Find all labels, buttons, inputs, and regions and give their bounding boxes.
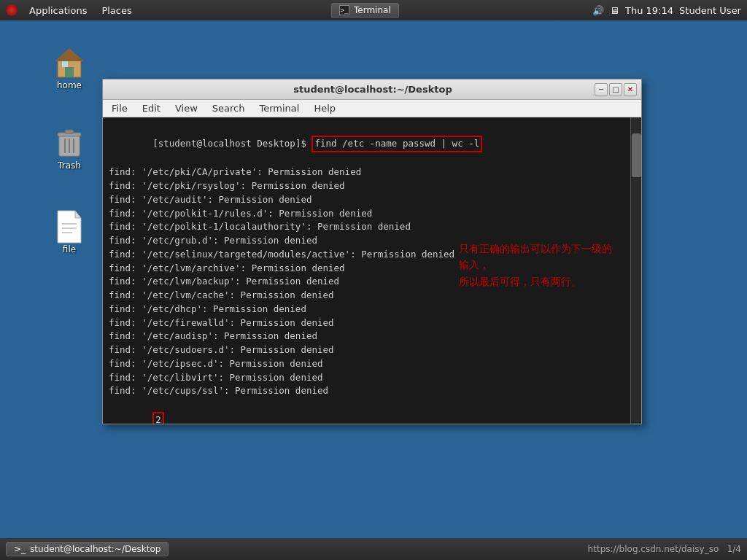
clock: Thu 19:14 <box>625 5 673 16</box>
taskbar-bottom: >_ student@localhost:~/Desktop https://b… <box>0 538 747 560</box>
taskbar-center: >_ Terminal <box>331 3 399 18</box>
output-line-5: find: '/etc/polkit-1/localauthority': Pe… <box>109 220 635 234</box>
result-box: 2 <box>152 412 164 424</box>
output-line-11: find: '/etc/dhcp': Permission denied <box>109 303 635 316</box>
svg-marker-1 <box>55 48 84 61</box>
output-line-3: find: '/etc/audit': Permission denied <box>109 193 635 207</box>
annotation-line2: 所以最后可得，只有两行。 <box>459 276 581 287</box>
output-line-17: find: '/etc/cups/ssl': Permission denied <box>109 384 635 398</box>
volume-icon[interactable]: 🔊 <box>592 5 604 16</box>
output-line-13: find: '/etc/audisp': Permission denied <box>109 330 635 343</box>
command-line: [student@localhost Desktop]$ find /etc -… <box>109 122 635 166</box>
result-line: 2 <box>109 398 635 424</box>
command-highlight: find /etc -name passwd | wc -l <box>311 136 482 152</box>
output-line-2: find: '/etc/pki/rsyslog': Permission den… <box>109 179 635 193</box>
svg-rect-2 <box>65 67 74 77</box>
edit-menu[interactable]: Edit <box>136 101 166 115</box>
terminal-titlebar: student@localhost:~/Desktop ─ □ ✕ <box>103 79 641 100</box>
terminal-menubar: File Edit View Search Terminal Help <box>103 100 641 117</box>
output-line-16: find: '/etc/libvirt': Permission denied <box>109 371 635 385</box>
prompt1: [student@localhost Desktop]$ <box>152 138 311 149</box>
desktop-icon-home[interactable]: home <box>40 42 98 93</box>
scrollbar[interactable] <box>630 117 641 424</box>
search-menu[interactable]: Search <box>206 101 251 115</box>
bottom-pages: 1/4 <box>727 544 741 554</box>
bottom-left: >_ student@localhost:~/Desktop <box>6 542 169 556</box>
terminal-menu[interactable]: Terminal <box>253 101 305 115</box>
bottom-term-icon: >_ <box>14 544 26 554</box>
bottom-right: https://blog.csdn.net/daisy_so 1/4 <box>588 544 741 554</box>
trash-icon-label: Trash <box>58 160 81 171</box>
svg-rect-6 <box>65 130 74 133</box>
close-button[interactable]: ✕ <box>624 83 637 96</box>
bottom-url: https://blog.csdn.net/daisy_so <box>588 544 719 554</box>
term-icon: >_ <box>339 5 349 15</box>
applications-menu[interactable]: Applications <box>23 4 93 18</box>
taskbar-left: Applications Places <box>6 4 138 18</box>
terminal-tab-label: Terminal <box>354 5 391 15</box>
help-menu[interactable]: Help <box>308 101 341 115</box>
file-icon <box>52 209 87 244</box>
output-line-12: find: '/etc/firewalld': Permission denie… <box>109 316 635 330</box>
output-line-1: find: '/etc/pki/CA/private': Permission … <box>109 166 635 179</box>
taskbar-right: 🔊 🖥 Thu 19:14 Student User <box>592 5 741 16</box>
desktop-icon-file[interactable]: file <box>40 206 98 257</box>
trash-icon <box>52 125 87 160</box>
desktop-icon-trash[interactable]: Trash <box>40 122 98 174</box>
terminal-body[interactable]: [student@localhost Desktop]$ find /etc -… <box>103 117 641 424</box>
terminal-title: student@localhost:~/Desktop <box>151 84 595 95</box>
home-icon <box>52 45 87 80</box>
app-icon <box>6 4 18 16</box>
file-icon-label: file <box>63 244 76 254</box>
output-line-4: find: '/etc/polkit-1/rules.d': Permissio… <box>109 207 635 221</box>
bottom-task[interactable]: >_ student@localhost:~/Desktop <box>6 542 169 556</box>
annotation-box: 只有正确的输出可以作为下一级的输入， 所以最后可得，只有两行。 <box>459 241 619 290</box>
file-menu[interactable]: File <box>106 101 133 115</box>
places-menu[interactable]: Places <box>96 4 137 18</box>
home-icon-label: home <box>57 80 82 90</box>
window-controls: ─ □ ✕ <box>595 83 637 96</box>
terminal-window: student@localhost:~/Desktop ─ □ ✕ File E… <box>102 79 642 424</box>
view-menu[interactable]: View <box>169 101 204 115</box>
desktop: home Trash file student@localhost:~/Desk… <box>0 20 747 538</box>
taskbar-top: Applications Places >_ Terminal 🔊 🖥 Thu … <box>0 0 747 20</box>
terminal-tab[interactable]: >_ Terminal <box>331 3 399 18</box>
bottom-task-label: student@localhost:~/Desktop <box>30 544 160 554</box>
output-line-10: find: '/etc/lvm/cache': Permission denie… <box>109 289 635 303</box>
network-icon[interactable]: 🖥 <box>610 5 619 16</box>
maximize-button[interactable]: □ <box>609 83 622 96</box>
scrollbar-thumb[interactable] <box>632 133 641 177</box>
svg-rect-3 <box>62 61 68 67</box>
output-line-14: find: '/etc/sudoers.d': Permission denie… <box>109 343 635 357</box>
minimize-button[interactable]: ─ <box>595 83 608 96</box>
annotation-line1: 只有正确的输出可以作为下一级的输入， <box>459 244 612 271</box>
user-name: Student User <box>679 5 741 16</box>
svg-marker-11 <box>75 211 81 218</box>
output-line-15: find: '/etc/ipsec.d': Permission denied <box>109 357 635 371</box>
